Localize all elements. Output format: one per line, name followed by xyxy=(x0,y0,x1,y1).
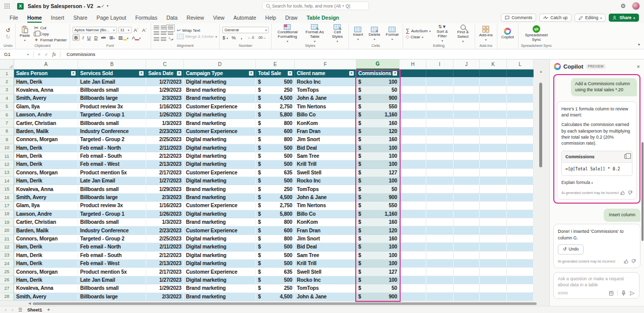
row-header-16[interactable]: 16 xyxy=(0,194,14,202)
cell-J15[interactable] xyxy=(454,185,480,193)
row-header-23[interactable]: 23 xyxy=(0,252,14,260)
menu-item-page-layout[interactable]: Page Layout xyxy=(92,12,131,23)
menu-item-draw[interactable]: Draw xyxy=(281,12,302,23)
cell-C23[interactable]: 2/12/2023 xyxy=(146,252,184,260)
cell-D14[interactable]: Digital marketing xyxy=(184,177,256,185)
align-right-icon[interactable] xyxy=(168,31,173,36)
app-launcher-icon[interactable] xyxy=(5,4,10,9)
orientation-button[interactable]: ⤡▾ xyxy=(168,37,174,42)
row-header-25[interactable]: 25 xyxy=(0,268,14,276)
cell-L23[interactable] xyxy=(507,252,534,260)
cell-A10[interactable]: Ham, Derik xyxy=(14,144,78,152)
cell-D20[interactable]: Customer Experience xyxy=(184,226,256,234)
cell-C22[interactable]: 2/11/2023 xyxy=(146,243,184,251)
format-painter-button[interactable]: ✦Format Painter xyxy=(34,37,67,43)
cell-F23[interactable]: Sam Tree xyxy=(295,252,356,260)
cell-D10[interactable]: Digital marketing xyxy=(184,144,256,152)
cell-E24[interactable]: $500 xyxy=(256,260,295,268)
cell-C10[interactable]: 2/11/2023 xyxy=(146,144,184,152)
cell-G9[interactable]: $160 xyxy=(356,136,400,144)
cell-F22[interactable]: Bid Deal xyxy=(295,243,356,251)
percent-format-button[interactable]: % xyxy=(231,35,235,40)
align-middle-icon[interactable] xyxy=(161,26,166,30)
search-input[interactable]: Search for tools, help, and more (Alt + … xyxy=(262,2,369,10)
cell-L8[interactable] xyxy=(507,128,534,136)
cell-D4[interactable]: Brand marketing xyxy=(184,94,256,102)
cell-F12[interactable]: Krill Trill xyxy=(295,160,356,168)
cell-G13[interactable]: $127 xyxy=(356,169,400,177)
cell-K22[interactable] xyxy=(480,243,507,251)
format-as-table-button[interactable]: Format As Table▾ xyxy=(303,24,326,43)
cell-A1[interactable]: Sales Person▾ xyxy=(14,70,78,78)
cell-B15[interactable]: Billboards small xyxy=(78,185,146,193)
cell-L2[interactable] xyxy=(507,78,534,86)
cell-B18[interactable]: Targeted - Group 1 xyxy=(78,210,146,218)
increase-indent-icon[interactable] xyxy=(161,37,166,42)
cell-K3[interactable] xyxy=(480,86,507,94)
cell-H27[interactable] xyxy=(400,284,426,292)
cell-A2[interactable]: Ham, Derik xyxy=(14,78,78,86)
cell-L17[interactable] xyxy=(507,202,534,210)
cell-L1[interactable] xyxy=(507,70,534,78)
cell-H2[interactable] xyxy=(400,78,426,86)
cell-B24[interactable]: Feb email - West xyxy=(78,260,146,268)
filter-button[interactable]: ▾ xyxy=(139,71,144,76)
cell-E21[interactable]: $800 xyxy=(256,235,295,243)
cell-A25[interactable]: Connors, Morgan xyxy=(14,268,78,276)
cell-H15[interactable] xyxy=(400,185,426,193)
strikethrough-button[interactable]: ab xyxy=(100,35,107,40)
cell-K11[interactable] xyxy=(480,152,507,160)
cell-J25[interactable] xyxy=(454,268,480,276)
cell-D12[interactable]: Digital marketing xyxy=(184,160,256,168)
copy-button[interactable]: Copy xyxy=(34,32,67,36)
cell-L12[interactable] xyxy=(507,160,534,168)
cell-E23[interactable]: $500 xyxy=(256,252,295,260)
row-header-18[interactable]: 18 xyxy=(0,210,14,218)
cell-C7[interactable]: 1/3/2023 xyxy=(146,119,184,127)
cell-K2[interactable] xyxy=(480,78,507,86)
font-name-select[interactable]: Aptos Narrow (Bo...▾ xyxy=(73,27,117,33)
cell-I2[interactable] xyxy=(426,78,454,86)
cell-D17[interactable]: Customer Experience xyxy=(184,202,256,210)
cell-A15[interactable]: Kovaleva, Anna xyxy=(14,185,78,193)
cell-A4[interactable]: Smith, Avery xyxy=(14,94,78,102)
column-header-I[interactable]: I xyxy=(426,59,454,70)
cell-E9[interactable]: $800 xyxy=(256,136,295,144)
cell-F1[interactable]: Client name▾ xyxy=(295,70,356,78)
cell-K23[interactable] xyxy=(480,252,507,260)
cell-G19[interactable]: $160 xyxy=(356,218,400,226)
horizontal-scrollbar-thumb[interactable] xyxy=(33,302,537,305)
cell-A3[interactable]: Kovaleva, Anna xyxy=(14,86,78,94)
cell-G28[interactable]: $900 xyxy=(356,293,400,301)
cell-I6[interactable] xyxy=(426,111,454,119)
cell-L20[interactable] xyxy=(507,226,534,234)
cell-I18[interactable] xyxy=(426,210,454,218)
cell-B6[interactable]: Targeted - Group 1 xyxy=(78,111,146,119)
cell-C24[interactable]: 2/13/2023 xyxy=(146,260,184,268)
cell-A20[interactable]: Barden, Malik xyxy=(14,226,78,234)
cell-L22[interactable] xyxy=(507,243,534,251)
cell-A9[interactable]: Connors, Morgan xyxy=(14,136,78,144)
explain-formula-toggle[interactable]: Explain formula ▾ xyxy=(561,180,632,186)
cell-A7[interactable]: Cartier, Christian xyxy=(14,119,78,127)
cell-H1[interactable] xyxy=(400,70,426,78)
column-header-D[interactable]: D xyxy=(184,59,256,70)
cell-I8[interactable] xyxy=(426,128,454,136)
cell-G8[interactable]: $120 xyxy=(356,128,400,136)
cell-K25[interactable] xyxy=(480,268,507,276)
send-icon[interactable] xyxy=(629,291,635,296)
column-header-B[interactable]: B xyxy=(78,59,146,70)
cell-K21[interactable] xyxy=(480,235,507,243)
cell-I26[interactable] xyxy=(426,276,454,284)
cell-H4[interactable] xyxy=(400,94,426,102)
cell-F20[interactable]: Fran Dran xyxy=(295,226,356,234)
row-header-3[interactable]: 3 xyxy=(0,86,14,94)
cell-J17[interactable] xyxy=(454,202,480,210)
prev-sheet-icon[interactable]: ‹ xyxy=(5,307,7,312)
row-header-5[interactable]: 5 xyxy=(0,103,14,111)
cell-F6[interactable]: Billo Co xyxy=(295,111,356,119)
cell-H9[interactable] xyxy=(400,136,426,144)
cell-G21[interactable]: $160 xyxy=(356,235,400,243)
cell-K8[interactable] xyxy=(480,128,507,136)
cell-B1[interactable]: Services Sold▾ xyxy=(78,70,146,78)
